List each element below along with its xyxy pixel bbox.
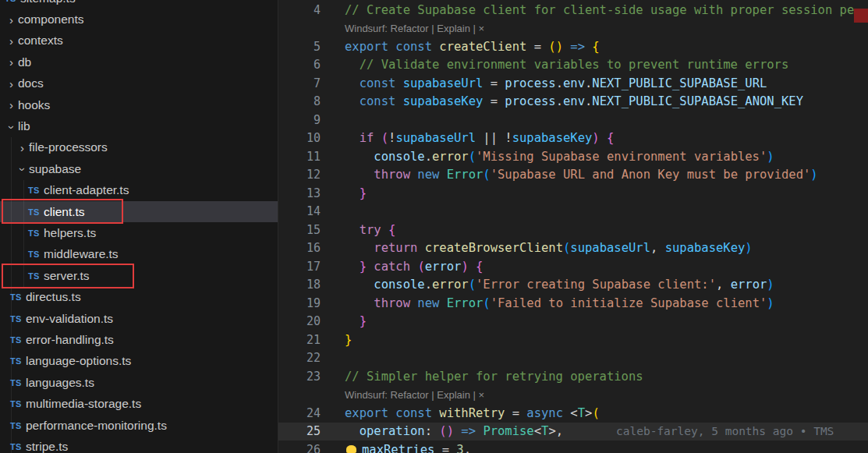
folder-label: supabase [29, 162, 81, 176]
code-token: ) [767, 150, 774, 164]
sidebar-item-lib[interactable]: ›lib [0, 115, 278, 136]
code-line[interactable]: 6 // Validate environment variables to p… [278, 56, 868, 75]
code-line[interactable]: 14 [278, 203, 868, 221]
code-line[interactable]: 23// Simpler helper for retrying operati… [278, 367, 868, 386]
codelens-dismiss-icon[interactable]: × [479, 23, 485, 34]
code-token: ( [417, 260, 424, 274]
code-text: return createBrowserClient(supabaseUrl, … [345, 241, 753, 255]
line-number: 7 [278, 76, 321, 90]
code-token [469, 260, 476, 274]
code-token: { [592, 40, 599, 54]
code-token: new [417, 296, 439, 310]
code-line[interactable]: 22 [278, 349, 868, 368]
sidebar-item-helpers-ts[interactable]: TShelpers.ts [0, 222, 278, 243]
code-token [345, 241, 374, 255]
code-text: } [345, 186, 367, 200]
sidebar-item-hooks[interactable]: ›hooks [0, 94, 278, 115]
code-token [345, 424, 360, 438]
code-token [381, 223, 388, 237]
chevron-right-icon[interactable]: › [16, 141, 29, 154]
code-line[interactable]: 17 } catch (error) { [278, 257, 868, 276]
code-token: NEXT_PUBLIC_SUPABASE_ANON_KEY [592, 94, 803, 108]
code-token: throw [374, 296, 410, 310]
code-line[interactable]: 5export const createClient = () => { [278, 37, 868, 56]
sidebar-item-performance-monitoring-ts[interactable]: TSperformance-monitoring.ts [0, 415, 278, 436]
chevron-right-icon[interactable]: › [5, 34, 18, 48]
code-line[interactable]: 24export const withRetry = async <T>( [278, 404, 868, 423]
code-token: supabaseKey [403, 94, 484, 108]
chevron-right-icon[interactable]: › [5, 55, 18, 69]
code-line[interactable]: 15 try { [278, 221, 868, 239]
sidebar-item-contexts[interactable]: ›contexts [0, 30, 278, 51]
sidebar-item-middleware-ts[interactable]: TSmiddleware.ts [0, 244, 278, 265]
file-label: middleware.ts [44, 247, 119, 261]
codelens-explain-link[interactable]: Explain [437, 23, 470, 34]
sidebar-item-stripe-ts[interactable]: TSstripe.ts [0, 436, 278, 453]
code-text: operation: () => Promise<T>, [345, 424, 563, 438]
code-line[interactable]: 26maxRetries = 3, [278, 441, 868, 453]
typescript-file-icon: TS [10, 356, 26, 366]
code-token: 'Failed to initialize Supabase client' [491, 296, 767, 310]
sidebar-item-env-validation-ts[interactable]: TSenv-validation.ts [0, 308, 278, 329]
sidebar-item-sitemap-ts[interactable]: TSsitemap.ts [0, 0, 278, 9]
codelens-row: Windsurf: Refactor | Explain | × [278, 386, 868, 405]
sidebar-item-client-ts[interactable]: TSclient.ts [0, 201, 278, 222]
code-token: = [434, 443, 456, 453]
code-line[interactable]: 10 if (!supabaseUrl || !supabaseKey) { [278, 129, 868, 148]
sidebar-item-error-handling-ts[interactable]: TSerror-handling.ts [0, 329, 278, 350]
typescript-file-icon: TS [10, 292, 26, 302]
sidebar-item-docs[interactable]: ›docs [0, 73, 278, 94]
code-token: > [585, 406, 592, 420]
code-line[interactable]: 25 operation: () => Promise<T>,caleb-far… [278, 423, 868, 441]
chevron-right-icon[interactable]: › [5, 98, 18, 111]
codelens-refactor-link[interactable]: Windsurf: Refactor [345, 23, 429, 34]
chevron-right-icon[interactable]: › [5, 13, 18, 27]
code-line[interactable]: 21} [278, 331, 868, 349]
code-line[interactable]: 11 console.error('Missing Supabase envir… [278, 147, 868, 166]
sidebar-item-supabase[interactable]: ›supabase [0, 158, 278, 179]
code-line[interactable]: 18 console.error('Error creating Supabas… [278, 276, 868, 295]
code-line[interactable]: 7 const supabaseUrl = process.env.NEXT_P… [278, 74, 868, 93]
sidebar-item-languages-ts[interactable]: TSlanguages.ts [0, 372, 278, 393]
sidebar-item-server-ts[interactable]: TSserver.ts [0, 265, 278, 286]
code-text: } [345, 314, 367, 328]
codelens-dismiss-icon[interactable]: × [479, 389, 485, 401]
chevron-right-icon[interactable]: › [5, 77, 18, 90]
indent-guide [23, 180, 24, 287]
code-line[interactable]: 9 [278, 111, 868, 129]
chevron-down-icon[interactable]: › [16, 163, 30, 176]
code-token: supabaseKey [665, 241, 746, 255]
code-line[interactable]: 19 throw new Error('Failed to initialize… [278, 294, 868, 313]
codelens-refactor-link[interactable]: Windsurf: Refactor [345, 389, 429, 401]
code-text: Windsurf: Refactor | Explain | × [345, 388, 484, 402]
code-line[interactable]: 20 } [278, 313, 868, 331]
code-token: // Validate environment variables to pre… [360, 58, 789, 72]
code-token: ! [505, 131, 512, 145]
codelens-row: Windsurf: Refactor | Explain | × [278, 19, 868, 38]
code-token: { [476, 260, 483, 274]
code-line[interactable]: 16 return createBrowserClient(supabaseUr… [278, 239, 868, 258]
line-number: 11 [278, 150, 321, 164]
folder-label: docs [18, 76, 44, 90]
code-line[interactable]: 4// Create Supabase client for client-si… [278, 1, 868, 19]
sidebar-item-components[interactable]: ›components [0, 9, 278, 30]
sidebar-item-client-adapter-ts[interactable]: TSclient-adapter.ts [0, 180, 278, 201]
code-token: 3 [456, 443, 463, 453]
sidebar-item-language-options-ts[interactable]: TSlanguage-options.ts [0, 351, 278, 372]
lightbulb-icon[interactable] [346, 445, 356, 453]
code-line[interactable]: 13 } [278, 184, 868, 203]
sidebar-item-multimedia-storage-ts[interactable]: TSmultimedia-storage.ts [0, 393, 278, 414]
codelens-explain-link[interactable]: Explain [437, 389, 470, 401]
code-token [439, 168, 446, 182]
chevron-down-icon[interactable]: › [5, 120, 19, 133]
code-token [345, 260, 360, 274]
code-line[interactable]: 12 throw new Error('Supabase URL and Ano… [278, 166, 868, 185]
code-text: export const createClient = () => { [345, 40, 600, 54]
code-token: catch [374, 260, 410, 274]
sidebar-item-file-processors[interactable]: ›file-processors [0, 137, 278, 158]
sidebar-item-directus-ts[interactable]: TSdirectus.ts [0, 286, 278, 307]
code-token: ) [592, 131, 599, 145]
sidebar-item-db[interactable]: ›db [0, 51, 278, 73]
code-line[interactable]: 8 const supabaseKey = process.env.NEXT_P… [278, 93, 868, 111]
code-token: . [585, 76, 592, 90]
